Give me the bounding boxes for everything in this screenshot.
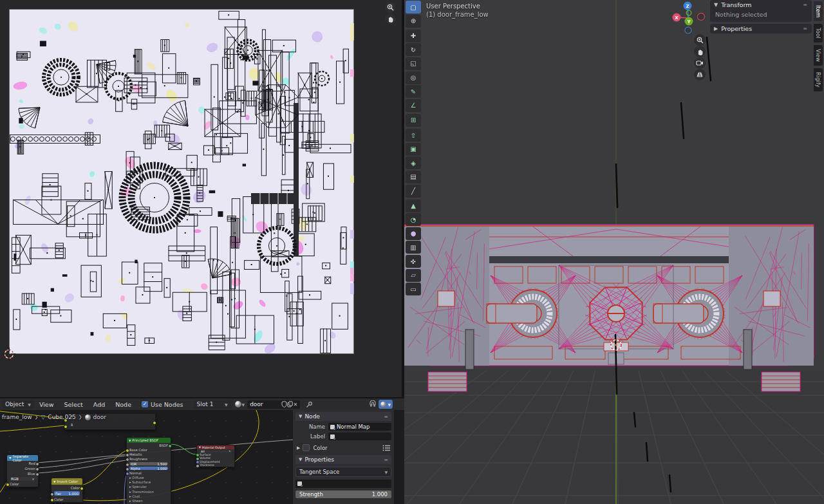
- socket[interactable]: [50, 492, 54, 496]
- shader-type-dropdown[interactable]: Object▼: [2, 400, 34, 409]
- material-name-field[interactable]: door ✕: [247, 400, 300, 409]
- annotate-tool[interactable]: ✎: [406, 85, 421, 98]
- select-box-tool[interactable]: ▢: [406, 1, 421, 14]
- node-row-ior[interactable]: IOR1.500: [127, 462, 171, 466]
- socket[interactable]: [6, 483, 10, 487]
- breadcrumb: frame_low ❯ ▽ Cube.025 ❯ door: [2, 414, 106, 420]
- tab-item[interactable]: Item: [814, 1, 823, 21]
- node-row-blue: Blue: [7, 471, 38, 476]
- transform-panel: ▼ Transform ≡ Nothing selected: [710, 0, 812, 22]
- shrink-fatten-tool[interactable]: ✜: [406, 255, 421, 268]
- material-browse-button[interactable]: ▼: [235, 401, 245, 407]
- add-cube-tool[interactable]: ⊞: [406, 114, 421, 127]
- panel-grip-icon[interactable]: ≡: [803, 26, 808, 32]
- node-row-diffuse[interactable]: ▸ Diffuse: [127, 476, 171, 480]
- socket[interactable]: [50, 498, 54, 502]
- transform-panel-header[interactable]: ▼ Transform ≡: [710, 0, 812, 10]
- tab-tool[interactable]: Tool: [814, 24, 823, 42]
- menu-select[interactable]: Select: [59, 401, 88, 408]
- node-row-rgb[interactable]: RGB▼: [7, 476, 38, 481]
- node-header[interactable]: ▼Invert Color: [52, 478, 82, 485]
- presets-list-icon[interactable]: [382, 445, 390, 451]
- pin-icon[interactable]: [306, 401, 313, 408]
- material-slot-dropdown[interactable]: Slot 1▼: [194, 400, 231, 409]
- navigation-gizmo[interactable]: Z X Y: [670, 0, 712, 37]
- uv-layout-canvas[interactable]: [0, 0, 402, 397]
- cursor-tool[interactable]: ⊕: [406, 15, 421, 28]
- breadcrumb-material[interactable]: door: [93, 414, 106, 420]
- viewport-orthographic-grid-icon[interactable]: [694, 69, 706, 80]
- snap-magnet-icon[interactable]: [369, 400, 377, 408]
- panel-grip-icon[interactable]: ≡: [803, 2, 808, 8]
- rip-region-tool[interactable]: ▭: [406, 283, 421, 295]
- fake-user-shield-icon[interactable]: [281, 401, 287, 407]
- node-section-header[interactable]: ▼ Node ≡: [295, 412, 391, 421]
- menu-add[interactable]: Add: [88, 401, 110, 408]
- socket[interactable]: [196, 464, 200, 468]
- principled-bsdf-node[interactable]: ▼Principled BSDFBSDFBase ColorMetallicRo…: [126, 437, 171, 504]
- smooth-tool[interactable]: ●: [406, 227, 421, 240]
- panel-grip-icon[interactable]: ≡: [384, 414, 388, 420]
- snapping-toggle-button[interactable]: ▼: [379, 400, 393, 409]
- uv-zoom-icon[interactable]: [385, 2, 396, 13]
- node-row-alpha[interactable]: Alpha1.000: [127, 466, 171, 471]
- knife-tool[interactable]: ╱: [406, 185, 421, 198]
- breadcrumb-mesh[interactable]: Cube.025: [48, 414, 75, 420]
- menu-view[interactable]: View: [34, 401, 59, 408]
- use-nodes-toggle[interactable]: ✓ Use Nodes: [142, 401, 183, 408]
- viewport-camera-view-icon[interactable]: [694, 57, 706, 69]
- node-row-specular[interactable]: ▸ Specular: [127, 485, 171, 489]
- extrude-region-tool[interactable]: ⇧: [406, 129, 421, 142]
- node-row-transmission[interactable]: ▸ Transmission: [127, 489, 171, 494]
- tab-rigify[interactable]: Rigify: [814, 68, 823, 91]
- node-color-row[interactable]: ▶ Color: [295, 444, 391, 451]
- unlink-material-icon[interactable]: ✕: [293, 402, 297, 407]
- menu-node[interactable]: Node: [110, 401, 136, 408]
- edge-slide-tool[interactable]: ▥: [406, 241, 421, 254]
- node-row-subsurface[interactable]: ▸ Subsurface: [127, 480, 171, 485]
- node-name-input[interactable]: Normal Map: [328, 423, 391, 431]
- transform-tool[interactable]: ◎: [406, 71, 421, 84]
- node-row-sheen[interactable]: ▸ Sheen: [127, 498, 171, 503]
- properties-panel-header[interactable]: ▶ Properties ≡: [710, 24, 812, 33]
- node-row-fac[interactable]: Fac1.000: [52, 490, 82, 496]
- invert-color-node[interactable]: ▼Invert ColorColorFac1.000Color: [51, 478, 83, 503]
- node-header[interactable]: ▼Separate Color: [7, 455, 38, 461]
- viewport-pan-hand-icon[interactable]: [694, 46, 706, 57]
- move-tool[interactable]: ✚: [406, 30, 421, 42]
- node-row-green: Green: [7, 466, 38, 471]
- measure-tool[interactable]: ∠: [406, 99, 421, 112]
- uv-pan-hand-icon[interactable]: [385, 14, 396, 24]
- socket[interactable]: [80, 487, 84, 490]
- scale-tool[interactable]: ◱: [406, 57, 421, 70]
- node-row-metallic: Metallic: [127, 453, 171, 457]
- loop-cut-tool[interactable]: ▤: [406, 171, 421, 183]
- caret-right-icon[interactable]: ▶: [297, 445, 300, 451]
- caret-right-icon: ▶: [714, 26, 718, 32]
- shear-tool[interactable]: ▱: [406, 269, 421, 282]
- properties-section-header[interactable]: ▼ Properties ≡: [295, 455, 391, 464]
- uv-map-field[interactable]: [295, 480, 391, 488]
- poly-build-tool[interactable]: ▲: [406, 200, 421, 212]
- color-checkbox[interactable]: [303, 444, 310, 451]
- spin-tool[interactable]: ◔: [406, 213, 421, 226]
- material-output-node[interactable]: ▼Material OutputAll▼SurfaceVolumeDisplac…: [196, 445, 235, 467]
- transform-panel-title: Transform: [721, 1, 751, 8]
- node-header[interactable]: ▼Principled BSDF: [127, 438, 171, 443]
- node-row-coat[interactable]: ▸ Coat: [127, 494, 171, 498]
- strength-slider[interactable]: Strength 1.000: [295, 490, 391, 498]
- viewport-toolbar: ▢⊕✚↻◱◎✎∠⊞⇧▣◈▤╱▲◔●▥✜▱▭: [406, 1, 422, 297]
- breadcrumb-object[interactable]: frame_low: [2, 414, 32, 420]
- node-label-input[interactable]: [328, 433, 391, 440]
- panel-grip-icon[interactable]: ≡: [384, 457, 388, 463]
- checkbox-checked-icon[interactable]: ✓: [142, 401, 148, 407]
- normal-map-space-dropdown[interactable]: Tangent Space ▼: [295, 467, 391, 477]
- tab-view[interactable]: View: [814, 45, 823, 66]
- inset-faces-tool[interactable]: ▣: [406, 143, 421, 156]
- 3d-scene-wireframe[interactable]: [404, 0, 824, 504]
- viewport-zoom-icon[interactable]: [694, 34, 706, 46]
- separate-color-node[interactable]: ▼Separate ColorRedGreenBlueRGB▼Color: [6, 454, 39, 487]
- rotate-tool[interactable]: ↻: [406, 43, 421, 56]
- duplicate-material-icon[interactable]: [287, 401, 293, 407]
- bevel-tool[interactable]: ◈: [406, 156, 421, 169]
